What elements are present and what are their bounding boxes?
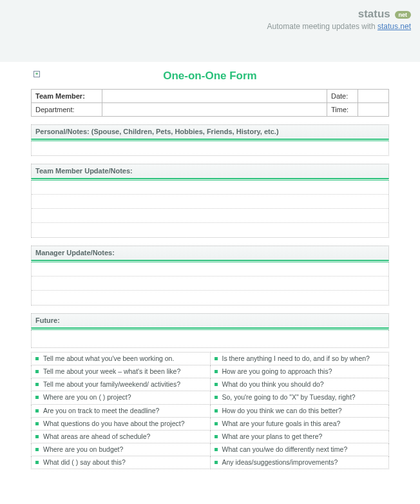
question-cell: So, you're going to do "X" by Tuesday, r…	[210, 391, 389, 404]
question-cell: Tell me about your family/weekend/ activ…	[32, 378, 211, 391]
question-cell: How do you think we can do this better?	[210, 404, 389, 417]
question-cell: Where are you on ( ) project?	[32, 391, 211, 404]
team-member-label: Team Member:	[32, 90, 102, 103]
personal-notes-box[interactable]	[31, 141, 389, 156]
department-value[interactable]	[102, 103, 327, 117]
department-label: Department:	[32, 103, 102, 117]
question-cell: What are your future goals in this area?	[210, 417, 389, 430]
question-cell: What areas are ahead of schedule?	[32, 430, 211, 443]
logo: status net	[9, 8, 411, 21]
table-anchor-icon[interactable]	[33, 71, 40, 77]
future-spacer[interactable]	[31, 330, 389, 348]
team-update-notes-box[interactable]	[31, 180, 389, 238]
page-title: One-on-One Form	[31, 70, 389, 82]
question-cell: What do you think you should do?	[210, 378, 389, 391]
question-cell: Any ideas/suggestions/improvements?	[210, 456, 389, 469]
page-body: One-on-One Form Team Member: Date: Depar…	[0, 70, 420, 482]
tagline-prefix: Automate meeting updates with	[267, 22, 377, 31]
time-value[interactable]	[358, 103, 389, 117]
tagline: Automate meeting updates with status.net	[9, 22, 411, 31]
team-member-value[interactable]	[102, 90, 327, 103]
question-cell: What are your plans to get there?	[210, 430, 389, 443]
section-team-update-header: Team Member Update/Notes:	[31, 164, 389, 177]
question-cell: Is there anything I need to do, and if s…	[210, 353, 389, 365]
date-value[interactable]	[358, 90, 389, 103]
question-cell: What did ( ) say about this?	[32, 456, 211, 469]
section-future-header: Future:	[31, 313, 389, 327]
question-cell: Tell me about what you've been working o…	[32, 353, 211, 365]
questions-table: Tell me about what you've been working o…	[31, 352, 389, 469]
logo-text: status	[358, 8, 390, 20]
section-manager-update-header: Manager Update/Notes:	[31, 246, 389, 259]
tagline-link[interactable]: status.net	[377, 22, 411, 31]
manager-update-notes-box[interactable]	[31, 262, 389, 305]
section-personal-header: Personal/Notes: (Spouse, Children, Pets,…	[31, 124, 389, 138]
question-cell: What questions do you have about the pro…	[32, 417, 211, 430]
top-banner: status net Automate meeting updates with…	[0, 0, 420, 62]
time-label: Time:	[327, 103, 358, 117]
question-cell: Are you on track to meet the deadline?	[32, 404, 211, 417]
meta-table: Team Member: Date: Department: Time:	[31, 89, 389, 117]
question-cell: What can you/we do differently next time…	[210, 443, 389, 456]
question-cell: Tell me about your week – what's it been…	[32, 365, 211, 378]
logo-badge: net	[395, 11, 412, 19]
question-cell: How are you going to approach this?	[210, 365, 389, 378]
question-cell: Where are you on budget?	[32, 443, 211, 456]
date-label: Date:	[327, 90, 358, 103]
